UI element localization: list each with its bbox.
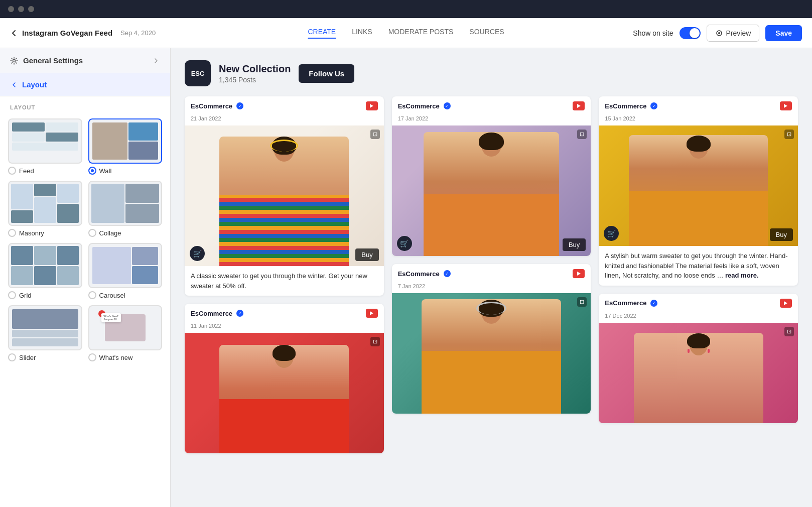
layout-thumb-collage [88, 181, 163, 226]
titlebar-dot-1 [8, 6, 14, 12]
post-image-cam-2: ⊡ [577, 130, 587, 139]
main-layout: General Settings Layout LAYOUT [0, 48, 812, 507]
titlebar [0, 0, 812, 18]
post-yt-icon-1[interactable] [366, 101, 378, 110]
follow-button[interactable]: Follow Us [299, 64, 354, 83]
post-card-1: EsCommerce ✓ 21 Jan 2022 [185, 96, 384, 296]
read-more-3[interactable]: read more. [725, 272, 758, 279]
post-username-4: EsCommerce [191, 310, 232, 317]
layout-option-masonry[interactable]: Masonry [8, 181, 82, 237]
post-cart-2[interactable]: 🛒 [397, 236, 412, 251]
post-image-cam-6: ⊡ [784, 327, 794, 336]
layout-label-carousel: Carousel [99, 292, 125, 299]
layout-thumb-whatsnew: ● What's New?Jan prev 18 [88, 305, 163, 350]
post-header-6: EsCommerce ✓ [599, 294, 798, 313]
preview-button[interactable]: Preview [707, 25, 760, 42]
chevron-left-icon [10, 81, 18, 89]
post-verified-6: ✓ [650, 300, 657, 307]
layout-thumb-feed [8, 118, 82, 164]
post-card-2: EsCommerce ✓ 17 Jan 2022 [392, 96, 591, 256]
post-image-4: ⊡ [185, 333, 384, 453]
post-yt-icon-3[interactable] [780, 101, 792, 110]
layout-label-masonry: Masonry [19, 229, 44, 237]
general-settings-label: General Settings [23, 56, 83, 65]
tab-links[interactable]: LINKS [352, 28, 372, 39]
post-text-1: A classic sweater to get you through the… [185, 266, 384, 296]
layout-label-feed: Feed [19, 167, 34, 175]
post-image-container-4: ⊡ [185, 333, 384, 453]
post-image-5: ⊡ [392, 293, 591, 414]
layout-option-grid[interactable]: Grid [8, 243, 82, 299]
topnav-tabs: CREATE LINKS MODERATE POSTS SOURCES [308, 28, 504, 39]
chevron-right-icon [152, 57, 160, 65]
post-yt-icon-4[interactable] [366, 309, 378, 318]
post-verified-2: ✓ [444, 102, 451, 109]
post-text-3: A stylish but warm sweater to get you th… [599, 246, 798, 286]
post-buy-btn-3[interactable]: Buy [770, 228, 793, 241]
post-yt-icon-2[interactable] [573, 101, 585, 110]
post-verified-3: ✓ [650, 102, 657, 109]
topnav: Instagram GoVegan Feed Sep 4, 2020 CREAT… [0, 18, 812, 48]
feed-name: New Collection [219, 63, 291, 75]
back-button[interactable]: Instagram GoVegan Feed Sep 4, 2020 [10, 29, 156, 37]
feed-header: ESC New Collection 1,345 Posts Follow Us [185, 60, 798, 86]
layout-label: Layout [22, 80, 47, 89]
post-image-cam-5: ⊡ [577, 297, 587, 307]
post-header-3: EsCommerce ✓ [599, 96, 798, 115]
tab-moderate[interactable]: MODERATE POSTS [388, 28, 454, 39]
svg-point-2 [13, 59, 16, 62]
layout-option-collage[interactable]: Collage [88, 181, 163, 237]
post-buy-btn-1[interactable]: Buy [355, 248, 378, 261]
feed-posts-count: 1,345 Posts [219, 76, 291, 84]
post-image-container-3: ⊡ 🛒 Buy [599, 125, 798, 246]
post-date-3: 15 Jan 2022 [599, 115, 798, 125]
post-column-2: EsCommerce ✓ 17 Jan 2022 [392, 96, 591, 453]
layout-option-feed[interactable]: Feed [8, 118, 82, 175]
post-verified-4: ✓ [236, 310, 243, 317]
post-username-2: EsCommerce [398, 102, 440, 110]
post-card-6: EsCommerce ✓ 17 Dec 2022 [599, 294, 798, 423]
tab-sources[interactable]: SOURCES [469, 28, 504, 39]
post-username-1: EsCommerce [191, 102, 232, 110]
show-site-toggle[interactable] [680, 27, 701, 39]
titlebar-dot-2 [18, 6, 24, 12]
post-image-3: ⊡ [599, 125, 798, 246]
post-image-2: ⊡ [392, 125, 591, 256]
post-verified-5: ✓ [444, 270, 451, 277]
post-card-5: EsCommerce ✓ 7 Jan 2022 [392, 264, 591, 414]
post-username-6: EsCommerce [605, 299, 646, 307]
layout-option-whatsnew[interactable]: ● What's New?Jan prev 18 What's new [88, 305, 163, 361]
feed-avatar: ESC [185, 60, 211, 86]
layout-label-grid: Grid [19, 292, 32, 299]
layout-option-slider[interactable]: Slider [8, 305, 82, 361]
post-column-1: EsCommerce ✓ 21 Jan 2022 [185, 96, 384, 453]
preview-icon [715, 29, 723, 37]
post-image-1: ⊡ [185, 125, 384, 266]
tab-create[interactable]: CREATE [308, 28, 336, 39]
post-yt-icon-5[interactable] [573, 269, 585, 278]
radio-carousel [88, 291, 96, 299]
radio-wall [88, 167, 96, 175]
post-image-6: ⊡ [599, 323, 798, 423]
topnav-right: Show on site Preview Save [633, 25, 802, 42]
save-button[interactable]: Save [765, 25, 802, 41]
post-column-3: EsCommerce ✓ 15 Jan 2022 [599, 96, 798, 453]
sidebar: General Settings Layout LAYOUT [0, 48, 171, 507]
post-image-cam-3: ⊡ [784, 130, 794, 139]
layout-thumb-slider [8, 305, 82, 350]
post-header-5: EsCommerce ✓ [392, 264, 591, 283]
layout-grid: Feed Wall [0, 114, 170, 369]
layout-option-carousel[interactable]: Carousel [88, 243, 163, 299]
layout-item[interactable]: Layout [0, 73, 170, 96]
radio-grid [8, 291, 16, 299]
post-buy-btn-2[interactable]: Buy [563, 238, 586, 251]
post-cart-1[interactable]: 🛒 [190, 246, 205, 261]
layout-option-wall[interactable]: Wall [88, 118, 163, 175]
content-area: ESC New Collection 1,345 Posts Follow Us… [171, 48, 812, 507]
posts-grid: EsCommerce ✓ 21 Jan 2022 [185, 96, 798, 453]
layout-thumb-masonry [8, 181, 82, 226]
post-username-5: EsCommerce [398, 270, 440, 278]
post-yt-icon-6[interactable] [780, 299, 792, 308]
titlebar-dot-3 [28, 6, 34, 12]
general-settings-item[interactable]: General Settings [0, 48, 170, 73]
